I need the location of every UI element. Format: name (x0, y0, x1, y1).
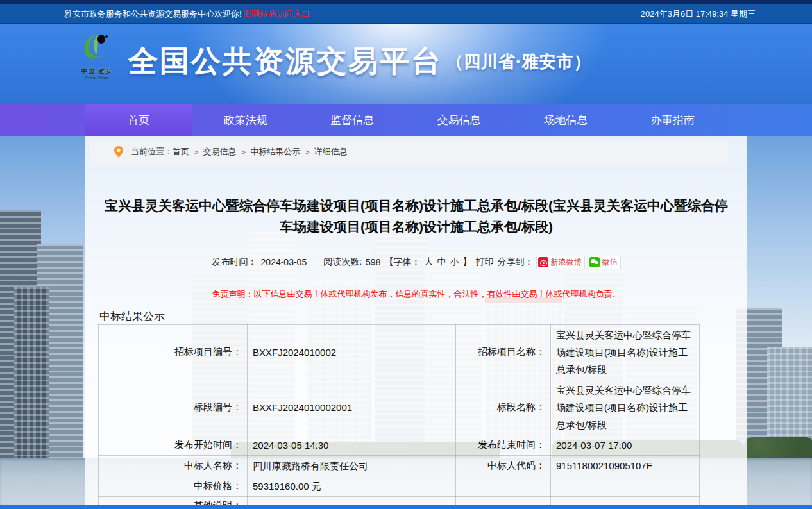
city-background: 当前位置： 首页 > 交易信息 > 中标结果公示 > 详细信息 宝兴县灵关客运中… (0, 136, 812, 509)
nav-item-transactions[interactable]: 交易信息 (406, 104, 513, 136)
nav-label: 政策法规 (224, 113, 267, 128)
field-label: 发布结束时间： (456, 435, 551, 456)
logo-text-cn: 中国·雅安 (72, 67, 122, 76)
footer-strip (0, 505, 812, 509)
breadcrumb-bid-results[interactable]: 中标结果公示 (250, 146, 300, 158)
breadcrumb-home[interactable]: 首页 (173, 146, 189, 158)
article-meta: 发布时间： 2024-03-05 阅读次数: 598 【字体： 大 中 小 】 … (85, 255, 747, 269)
field-label: 中标人名称： (99, 456, 248, 476)
nav-item-home[interactable]: 首页 (85, 104, 192, 136)
table-row: 中标人名称： 四川康藏路桥有限责任公司 中标人代码： 9151180021090… (99, 456, 700, 476)
field-value: 59319160.00 元 (248, 476, 456, 497)
field-value: 宝兴县灵关客运中心暨综合停车场建设项目(项目名称)设计施工总承包/标段 (551, 380, 700, 435)
nav-label: 办事指南 (651, 113, 695, 128)
disclaimer-text: 免责声明：以下信息由交易主体或代理机构发布，信息的真实性，合法性，有效性由交易主… (85, 288, 747, 300)
field-label: 中标价格： (99, 476, 248, 497)
field-value: BXXFJ2024010002 (248, 325, 456, 380)
field-label: 中标人代码： (456, 456, 551, 476)
views-value: 598 (366, 257, 380, 267)
field-label (456, 476, 551, 497)
field-label: 标段编号： (99, 380, 248, 435)
font-size-small-button[interactable]: 小 (450, 256, 459, 268)
nav-label: 交易信息 (437, 113, 481, 128)
breadcrumb-prefix: 当前位置： (131, 146, 173, 158)
nav-item-supervision[interactable]: 监督信息 (299, 104, 406, 136)
field-value: 2024-03-05 14:30 (248, 435, 456, 456)
bid-result-table: 招标项目编号： BXXFJ2024010002 招标项目名称： 宝兴县灵关客运中… (98, 324, 700, 509)
share-weibo-button[interactable]: 新浪微博 (537, 256, 584, 269)
wechat-icon (589, 257, 600, 267)
share-wechat-button[interactable]: 微信 (588, 256, 620, 269)
breadcrumb-separator: > (194, 147, 199, 157)
top-frame-strip (0, 0, 812, 4)
font-size-large-button[interactable]: 大 (424, 256, 433, 268)
article-title: 宝兴县灵关客运中心暨综合停车场建设项目(项目名称)设计施工总承包/标段(宝兴县灵… (99, 195, 734, 237)
share-label: 分享到： (497, 256, 533, 268)
field-label: 招标项目名称： (456, 325, 551, 380)
font-bracket-close: 】 (462, 256, 471, 268)
field-value: BXXFJ2024010002001 (248, 380, 456, 435)
table-row: 中标价格： 59319160.00 元 (99, 476, 700, 497)
field-value: 2024-03-07 17:00 (551, 435, 700, 456)
breadcrumb-separator: > (305, 147, 310, 157)
views-label: 阅读次数: (323, 256, 362, 268)
breadcrumb: 当前位置： 首页 > 交易信息 > 中标结果公示 > 详细信息 (90, 140, 728, 164)
site-title: 全国公共资源交易平台（四川省·雅安市） (128, 42, 591, 81)
leaf-logo-icon (72, 31, 122, 67)
logo-text-en: China Ya'an (72, 76, 122, 80)
datetime-display: 2024年3月6日 17:49:34 星期三 (641, 8, 756, 20)
field-value: 91511800210905107E (551, 456, 700, 476)
nav-item-policies[interactable]: 政策法规 (192, 104, 300, 136)
main-nav: 首页 政策法规 监督信息 交易信息 场地信息 办事指南 (0, 104, 812, 136)
table-row: 发布开始时间： 2024-03-05 14:30 发布结束时间： 2024-03… (99, 435, 700, 456)
location-pin-icon (114, 146, 123, 158)
publish-time-label: 发布时间： (212, 256, 257, 268)
nav-label: 监督信息 (330, 113, 374, 128)
table-row: 标段编号： BXXFJ2024010002001 标段名称： 宝兴县灵关客运中心… (99, 380, 700, 435)
table-row: 招标项目编号： BXXFJ2024010002 招标项目名称： 宝兴县灵关客运中… (99, 325, 700, 380)
breadcrumb-transactions[interactable]: 交易信息 (203, 146, 237, 158)
site-title-region: （四川省·雅安市） (446, 52, 591, 71)
welcome-text: 雅安市政务服务和公共资源交易服务中心欢迎你! (64, 8, 242, 20)
share-weibo-label: 新浪微博 (550, 257, 581, 268)
old-site-link[interactable]: 旧网站的访问入口 (243, 8, 310, 20)
font-bracket-open: 【字体： (384, 256, 420, 268)
section-title: 中标结果公示 (99, 309, 747, 324)
field-label: 发布开始时间： (99, 435, 248, 456)
nav-item-guide[interactable]: 办事指南 (620, 104, 727, 136)
site-title-main: 全国公共资源交易平台 (128, 44, 443, 78)
nav-label: 首页 (128, 113, 149, 128)
breadcrumb-detail: 详细信息 (314, 146, 348, 158)
content-panel: 当前位置： 首页 > 交易信息 > 中标结果公示 > 详细信息 宝兴县灵关客运中… (85, 136, 747, 505)
site-header: 中国·雅安 China Ya'an 全国公共资源交易平台（四川省·雅安市） (0, 24, 812, 104)
nav-label: 场地信息 (544, 113, 588, 128)
top-bar: 雅安市政务服务和公共资源交易服务中心欢迎你! 旧网站的访问入口 2024年3月6… (0, 4, 812, 24)
font-size-medium-button[interactable]: 中 (437, 256, 446, 268)
field-value (551, 476, 700, 497)
field-label: 标段名称： (456, 380, 551, 435)
print-button[interactable]: 打印 (475, 256, 493, 268)
weibo-icon (538, 257, 548, 267)
page-root: 雅安市政务服务和公共资源交易服务中心欢迎你! 旧网站的访问入口 2024年3月6… (0, 0, 812, 509)
publish-time-value: 2024-03-05 (261, 257, 307, 267)
site-logo[interactable]: 中国·雅安 China Ya'an (72, 31, 122, 80)
nav-item-venue[interactable]: 场地信息 (512, 104, 620, 136)
field-label: 招标项目编号： (99, 325, 248, 380)
field-value: 宝兴县灵关客运中心暨综合停车场建设项目(项目名称)设计施工总承包/标段 (551, 325, 700, 380)
breadcrumb-separator: > (241, 147, 246, 157)
field-value: 四川康藏路桥有限责任公司 (248, 456, 456, 476)
share-wechat-label: 微信 (602, 257, 617, 268)
